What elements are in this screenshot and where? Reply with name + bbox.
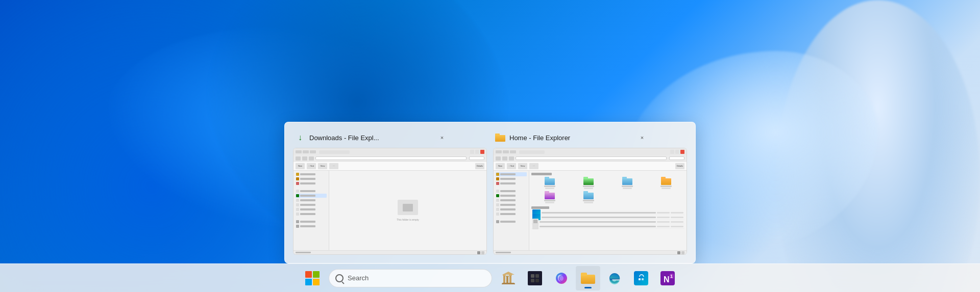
copilot-icon[interactable] xyxy=(549,266,574,290)
taskbar: Search xyxy=(0,263,980,292)
preview-close-home[interactable]: × xyxy=(636,131,648,144)
start-button[interactable] xyxy=(300,266,325,290)
svg-rect-9 xyxy=(531,274,534,278)
mini-ribbon-downloads: New ↑ Sort View ··· Details xyxy=(293,162,486,171)
mini-explorer-home: New ↑ Sort View ··· Details xyxy=(494,148,687,254)
onenote-taskbar-icon[interactable]: N 1 xyxy=(655,266,680,290)
mini-empty-label: This folder is empty xyxy=(397,218,419,221)
svg-marker-8 xyxy=(502,272,514,275)
preview-thumbnail-home[interactable]: New ↑ Sort View ··· Details xyxy=(493,148,687,255)
mini-folder-documents xyxy=(609,177,646,189)
mini-toolbar-home xyxy=(494,155,687,162)
mini-main-downloads-empty: This folder is empty xyxy=(329,171,486,250)
sidebar-brandon xyxy=(296,181,327,185)
mini-sidebar-home xyxy=(494,171,529,250)
mini-content-downloads: This folder is empty xyxy=(293,171,486,250)
sidebar-videos-home xyxy=(496,212,527,216)
preview-close-downloads[interactable]: × xyxy=(436,131,448,144)
svg-rect-0 xyxy=(503,275,505,283)
taskbar-preview-popup: ↓ Downloads - File Expl... × xyxy=(284,122,696,263)
sidebar-desktop-home xyxy=(496,189,527,193)
mini-list-item-2 xyxy=(531,215,684,220)
sidebar-home-selected xyxy=(496,172,527,176)
mini-explorer-downloads: New ↑ Sort View ··· Details xyxy=(293,148,486,254)
svg-text:1: 1 xyxy=(670,274,673,279)
svg-rect-7 xyxy=(502,283,515,284)
ruins-app-icon[interactable] xyxy=(496,266,521,290)
svg-rect-4 xyxy=(506,276,509,277)
taskbar-center: Search xyxy=(300,266,680,290)
mini-main-home xyxy=(529,171,687,250)
sidebar-documents-home xyxy=(496,198,527,202)
preview-title-home: Home - File Explorer xyxy=(509,134,632,142)
search-icon xyxy=(335,274,344,282)
svg-rect-15 xyxy=(642,278,644,280)
mini-titlebar xyxy=(293,148,486,155)
mini-list-item-3 xyxy=(531,220,684,224)
preview-titlebar-home[interactable]: Home - File Explorer × xyxy=(493,130,687,145)
mini-folder-music xyxy=(531,191,568,203)
mini-statusbar-home xyxy=(494,250,687,254)
mini-sidebar-downloads xyxy=(293,171,329,250)
svg-rect-5 xyxy=(509,275,512,276)
sidebar-downloads-selected xyxy=(296,194,327,198)
file-explorer-taskbar-icon[interactable] xyxy=(576,266,600,290)
mini-recent-list xyxy=(531,210,684,229)
search-bar[interactable]: Search xyxy=(329,269,492,287)
home-folder-icon-small xyxy=(495,132,505,143)
preview-thumbnail-downloads[interactable]: New ↑ Sort View ··· Details xyxy=(293,148,487,255)
black-square-icon xyxy=(528,271,542,285)
sidebar-desktop xyxy=(296,189,327,193)
svg-rect-3 xyxy=(503,275,506,276)
search-placeholder-text: Search xyxy=(348,274,485,282)
black-square-app-icon[interactable] xyxy=(523,266,547,290)
preview-titlebar-downloads[interactable]: ↓ Downloads - File Expl... × xyxy=(293,130,487,145)
preview-window-home: Home - File Explorer × xyxy=(493,130,687,255)
edge-taskbar-icon[interactable] xyxy=(602,266,627,290)
svg-rect-14 xyxy=(639,278,641,280)
download-icon: ↓ xyxy=(295,132,305,143)
svg-text:N: N xyxy=(664,275,670,284)
sidebar-home xyxy=(296,172,327,176)
svg-rect-1 xyxy=(506,276,508,283)
preview-window-downloads: ↓ Downloads - File Expl... × xyxy=(293,130,487,255)
windows-logo xyxy=(305,271,320,285)
sidebar-network xyxy=(296,224,327,228)
sidebar-videos xyxy=(296,212,327,216)
sidebar-brandon-home xyxy=(496,181,527,185)
sidebar-pictures-home xyxy=(496,203,527,207)
preview-title-downloads: Downloads - File Expl... xyxy=(309,134,432,142)
mini-list-item-4 xyxy=(531,224,684,229)
sidebar-gallery-home xyxy=(496,177,527,181)
mini-folder-pictures xyxy=(648,177,684,189)
ruins-icon xyxy=(501,271,516,285)
mini-titlebar-home xyxy=(494,148,687,155)
edge-logo xyxy=(607,271,622,285)
svg-rect-10 xyxy=(535,274,539,278)
mini-toolbar-downloads xyxy=(293,155,486,162)
sidebar-thispc-home xyxy=(496,220,527,224)
sidebar-gallery xyxy=(296,177,327,181)
store-logo xyxy=(634,271,648,285)
mini-ribbon-home: New ↑ Sort View ··· Details xyxy=(494,162,687,171)
store-taskbar-icon[interactable] xyxy=(629,266,653,290)
svg-rect-2 xyxy=(509,275,511,283)
mini-content-home xyxy=(494,171,687,250)
sidebar-music xyxy=(296,207,327,211)
sidebar-documents xyxy=(296,198,327,202)
svg-rect-11 xyxy=(531,279,534,282)
mini-statusbar-downloads xyxy=(293,250,486,254)
mini-folder-desktop xyxy=(531,177,568,189)
mini-list-item-1 xyxy=(531,210,684,215)
sidebar-downloads-home xyxy=(496,194,527,198)
sidebar-pictures xyxy=(296,203,327,207)
sidebar-thispc xyxy=(296,220,327,224)
copilot-logo xyxy=(554,271,569,285)
mini-folder-downloads xyxy=(570,177,607,189)
svg-rect-12 xyxy=(535,279,539,282)
file-explorer-folder-icon xyxy=(581,273,595,284)
onenote-logo: N 1 xyxy=(660,271,675,285)
sidebar-music-home xyxy=(496,207,527,211)
mini-folder-videos xyxy=(570,191,607,203)
